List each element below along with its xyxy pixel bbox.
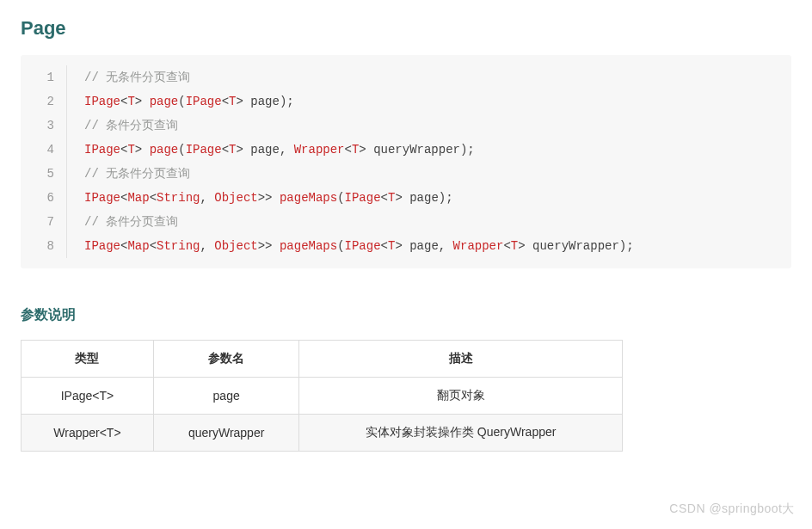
line-number: 2 — [21, 89, 54, 114]
col-desc: 描述 — [299, 341, 623, 378]
code-line: // 无条件分页查询 — [84, 162, 634, 186]
code-line: IPage<Map<String, Object>> pageMaps(IPag… — [84, 234, 634, 258]
line-number: 1 — [21, 65, 54, 89]
line-number: 3 — [21, 114, 54, 138]
table-cell: Wrapper<T> — [22, 415, 154, 452]
line-number: 6 — [21, 186, 54, 210]
table-row: IPage<T>page翻页对象 — [22, 378, 623, 415]
line-number: 4 — [21, 138, 54, 162]
table-cell: 实体对象封装操作类 QueryWrapper — [299, 415, 623, 452]
code-line: // 无条件分页查询 — [84, 65, 634, 89]
table-cell: page — [153, 378, 299, 415]
table-header-row: 类型 参数名 描述 — [22, 341, 623, 378]
table-cell: queryWrapper — [153, 415, 299, 452]
code-line: IPage<T> page(IPage<T> page); — [84, 89, 634, 114]
page-title: Page — [21, 17, 791, 40]
col-param: 参数名 — [153, 341, 299, 378]
code-line: // 条件分页查询 — [84, 114, 634, 138]
params-table: 类型 参数名 描述 IPage<T>page翻页对象Wrapper<T>quer… — [21, 340, 623, 452]
code-gutter: 12345678 — [21, 65, 67, 258]
code-line: IPage<T> page(IPage<T> page, Wrapper<T> … — [84, 138, 634, 162]
params-heading: 参数说明 — [21, 306, 791, 324]
line-number: 8 — [21, 234, 54, 258]
col-type: 类型 — [22, 341, 154, 378]
code-block: 12345678 // 无条件分页查询IPage<T> page(IPage<T… — [21, 55, 791, 268]
table-cell: 翻页对象 — [299, 378, 623, 415]
line-number: 5 — [21, 162, 54, 186]
table-cell: IPage<T> — [22, 378, 154, 415]
code-line: // 条件分页查询 — [84, 210, 634, 234]
code-line: IPage<Map<String, Object>> pageMaps(IPag… — [84, 186, 634, 210]
code-lines: // 无条件分页查询IPage<T> page(IPage<T> page);/… — [67, 65, 634, 258]
table-row: Wrapper<T>queryWrapper实体对象封装操作类 QueryWra… — [22, 415, 623, 452]
line-number: 7 — [21, 210, 54, 234]
